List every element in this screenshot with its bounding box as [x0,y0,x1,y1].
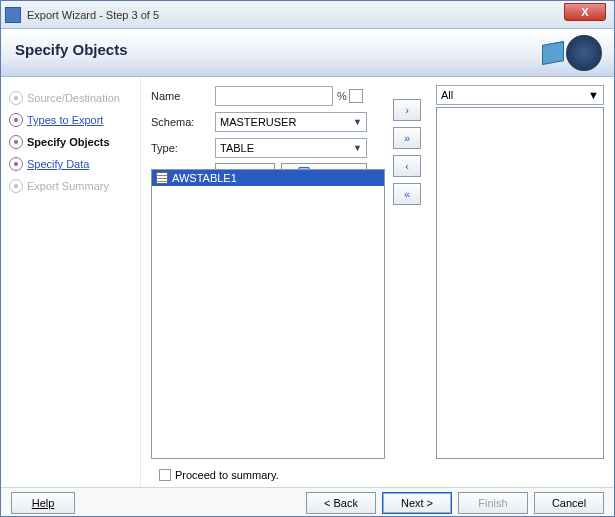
close-button[interactable]: X [564,3,606,21]
selected-objects-list[interactable] [436,107,604,459]
type-label: Type: [151,142,215,154]
back-button[interactable]: < Back [306,492,376,514]
schema-select[interactable]: MASTERUSER ▼ [215,112,367,132]
wizard-steps-sidebar: Source/Destination Types to Export Speci… [1,77,141,487]
destination-filter-value: All [441,89,453,101]
schema-value: MASTERUSER [220,116,296,128]
chevron-down-icon: ▼ [353,143,362,153]
step-types-to-export[interactable]: Types to Export [7,109,134,131]
remove-button[interactable]: ‹ [393,155,421,177]
percent-checkbox[interactable] [349,89,363,103]
wizard-banner: Specify Objects [1,29,614,77]
step-export-summary: Export Summary [7,175,134,197]
wizard-footer: Help < Back Next > Finish Cancel [1,487,614,517]
step-label: Export Summary [27,180,109,192]
step-label: Types to Export [27,114,103,126]
content-area: Source/Destination Types to Export Speci… [1,77,614,487]
available-objects-list[interactable]: AWSTABLE1 [151,169,385,459]
double-chevron-left-icon: « [404,188,410,200]
window-title: Export Wizard - Step 3 of 5 [27,9,159,21]
step-glyph-icon [9,157,23,171]
step-label: Specify Objects [27,136,110,148]
remove-all-button[interactable]: « [393,183,421,205]
globe-icon [566,35,602,71]
chevron-down-icon: ▼ [588,89,599,101]
type-value: TABLE [220,142,254,154]
step-specify-objects: Specify Objects [7,131,134,153]
type-select[interactable]: TABLE ▼ [215,138,367,158]
sql-icon [542,41,564,65]
add-all-button[interactable]: » [393,127,421,149]
step-glyph-icon [9,113,23,127]
chevron-down-icon: ▼ [353,117,362,127]
step-glyph-icon [9,135,23,149]
title-bar: Export Wizard - Step 3 of 5 X [1,1,614,29]
app-icon [5,7,21,23]
table-icon [156,172,168,184]
name-input[interactable] [215,86,333,106]
step-glyph-icon [9,179,23,193]
finish-button: Finish [458,492,528,514]
proceed-to-summary-row: Proceed to summary. [159,469,279,481]
page-heading: Specify Objects [15,41,600,58]
proceed-checkbox[interactable] [159,469,171,481]
proceed-label: Proceed to summary. [175,469,279,481]
list-item[interactable]: AWSTABLE1 [152,170,384,186]
step-label: Source/Destination [27,92,120,104]
step-label: Specify Data [27,158,89,170]
cancel-button[interactable]: Cancel [534,492,604,514]
list-item-label: AWSTABLE1 [172,172,237,184]
name-label: Name [151,90,215,102]
step-specify-data[interactable]: Specify Data [7,153,134,175]
destination-filter-select[interactable]: All ▼ [436,85,604,105]
main-panel: Name % Schema: MASTERUSER ▼ Type: TABLE … [141,77,614,487]
chevron-right-icon: › [405,104,409,116]
percent-label: % [337,90,347,102]
chevron-left-icon: ‹ [405,160,409,172]
step-glyph-icon [9,91,23,105]
step-source-destination: Source/Destination [7,87,134,109]
schema-label: Schema: [151,116,215,128]
next-button[interactable]: Next > [382,492,452,514]
close-icon: X [581,6,588,18]
add-button[interactable]: › [393,99,421,121]
shuttle-buttons: › » ‹ « [393,169,423,205]
help-button[interactable]: Help [11,492,75,514]
double-chevron-right-icon: » [404,132,410,144]
banner-decor [538,33,602,73]
